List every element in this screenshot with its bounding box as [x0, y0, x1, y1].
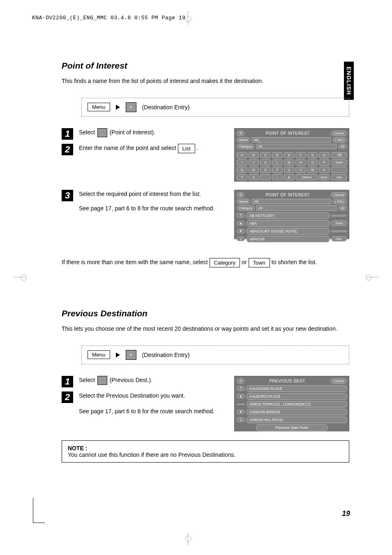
key[interactable]: B — [249, 152, 259, 158]
ss2-town[interactable]: Town — [331, 221, 347, 226]
key[interactable]: J — [249, 159, 259, 166]
print-header: KNA-DV2200_(E)_ENG_MMC 03.4.8 0:55 PM Pa… — [32, 15, 186, 21]
list-item[interactable]: AARON HILL ROAD — [247, 417, 347, 423]
key[interactable]: L — [272, 159, 283, 166]
ss1-del[interactable]: ⌫ — [331, 152, 347, 158]
prev-step-2-text: Select the Previous Destination you want… — [79, 391, 185, 400]
key[interactable]: X — [319, 167, 330, 173]
arrow-icon — [116, 352, 120, 357]
ss2-spacer2 — [331, 230, 347, 232]
list-item[interactable]: GREIG TERRACE , LONDON(SE17) — [247, 401, 347, 408]
dest-entry-icon[interactable]: ≡ — [126, 350, 136, 360]
menu-button[interactable]: Menu — [88, 350, 110, 359]
ss1-cat-value: All — [256, 144, 337, 149]
list-item[interactable]: ABACUS — [247, 236, 330, 242]
key[interactable]: Z — [249, 174, 259, 180]
ss1-all[interactable]: All — [338, 144, 347, 149]
key[interactable]: W — [307, 167, 318, 173]
key[interactable]: R — [249, 167, 259, 173]
ss2-title: POINT OF INTEREST — [265, 193, 310, 197]
note-box: NOTE : You cannot use this function if t… — [62, 440, 349, 463]
scroll-down-icon[interactable]: ⤓ — [237, 237, 245, 241]
poi-breadcrumb: Menu ≡ (Destination Entry) — [81, 98, 349, 117]
key-dash[interactable]: - — [272, 174, 283, 180]
ss2-name-label: Name — [237, 199, 250, 204]
poi-intro: This finds a name from the list of point… — [62, 77, 349, 85]
prev-start-point-button[interactable]: Previous Start Point — [256, 424, 328, 431]
key[interactable]: Q — [237, 167, 247, 173]
key[interactable]: E — [284, 152, 295, 158]
list-item[interactable]: LONDON BRIDGE — [247, 409, 347, 415]
key[interactable]: A — [237, 152, 247, 158]
ss1-list[interactable]: List — [331, 174, 347, 180]
key[interactable]: F — [295, 152, 306, 158]
poi-icon[interactable] — [97, 128, 107, 137]
menu-button[interactable]: Menu — [88, 103, 110, 111]
list-item[interactable]: ABA — [247, 220, 330, 227]
scroll-blank — [237, 404, 245, 405]
category-button[interactable]: Category — [210, 258, 240, 268]
ss2-cat-value: All — [256, 205, 337, 211]
ss2-all[interactable]: All — [338, 205, 347, 211]
town-button[interactable]: Town — [249, 258, 270, 268]
page-number: 19 — [342, 509, 350, 518]
poi-title: Point of Interest — [62, 61, 349, 71]
key-blank[interactable] — [260, 174, 271, 180]
scroll-up-icon[interactable]: ⤒ — [237, 213, 245, 218]
key[interactable]: K — [260, 159, 271, 166]
list-button[interactable]: List — [178, 144, 195, 154]
key[interactable]: P — [319, 159, 330, 166]
ss1-cancel[interactable]: Cancel — [331, 131, 347, 136]
ss1-town[interactable]: Town — [331, 159, 347, 166]
key-sym[interactable]: Sym. — [319, 174, 330, 180]
key[interactable]: V — [295, 167, 306, 173]
list-item[interactable]: ABACOURT HOUSE HOTEL — [247, 228, 330, 235]
prev-breadcrumb: Menu ≡ (Destination Entry) — [81, 345, 349, 364]
step-1-marker: 1 — [62, 128, 73, 140]
scroll-down-icon[interactable]: ⤓ — [237, 417, 245, 422]
dest-entry-icon[interactable]: ≡ — [126, 102, 136, 112]
key[interactable]: O — [307, 159, 318, 166]
scroll-down-small-icon[interactable]: ▼ — [237, 410, 245, 414]
ss1-back-icon[interactable]: ⟲ — [237, 131, 244, 136]
ss1-title: POINT OF INTEREST — [265, 131, 310, 136]
prev-dest-icon[interactable] — [97, 376, 107, 385]
key[interactable]: S — [260, 167, 271, 173]
corner-mark — [33, 498, 45, 523]
ss3-cancel[interactable]: Cancel — [331, 378, 347, 384]
ss1-keyboard[interactable]: A B C D E F G H I J K L M — [237, 152, 330, 180]
ss1-name-label: Name — [237, 137, 250, 143]
key[interactable]: G — [307, 152, 318, 158]
key-others[interactable]: Others — [295, 174, 318, 180]
key[interactable]: M — [284, 159, 295, 166]
scroll-up-small-icon[interactable]: ▲ — [237, 221, 245, 226]
scroll-up-icon[interactable]: ⤒ — [237, 386, 245, 391]
key[interactable]: C — [260, 152, 271, 158]
scroll-down-small-icon[interactable]: ▼ — [237, 229, 245, 233]
ss2-count: ( 434 ) — [332, 199, 347, 204]
prev-step-2-marker: 2 — [62, 391, 73, 403]
ss3-back-icon[interactable]: ⟲ — [237, 378, 244, 384]
scroll-up-small-icon[interactable]: ▲ — [237, 394, 245, 398]
ss1-cat-label: Category — [237, 144, 255, 149]
key[interactable]: Y — [237, 174, 247, 180]
key[interactable]: D — [272, 152, 283, 158]
list-item[interactable]: AB KETTLEBY — [247, 212, 330, 219]
ss1-count: ( 434 ) — [332, 137, 347, 143]
key[interactable]: H — [319, 152, 330, 158]
list-item[interactable]: AALBORG PLACE — [247, 393, 347, 400]
key-amp[interactable]: & — [284, 174, 295, 180]
key[interactable]: N — [295, 159, 306, 166]
ss2-back-icon[interactable]: ⟲ — [237, 192, 244, 198]
note-text: You cannot use this function if there ar… — [68, 451, 235, 458]
ss1-name-value[interactable]: AB_ — [252, 137, 331, 143]
key[interactable]: I — [237, 159, 247, 166]
list-item[interactable]: AALESUND PLACE — [247, 385, 347, 392]
key[interactable]: T — [272, 167, 283, 173]
ss2-cat-label: Category — [237, 205, 255, 211]
ss2-cancel[interactable]: Cancel — [331, 192, 347, 198]
ss3-title: PREVIOUS DEST. — [269, 379, 306, 383]
ss2-dist[interactable]: Dist. — [331, 236, 347, 242]
key[interactable]: U — [284, 167, 295, 173]
prev-step-1-text: Select (Previous Dest.). — [79, 376, 152, 385]
